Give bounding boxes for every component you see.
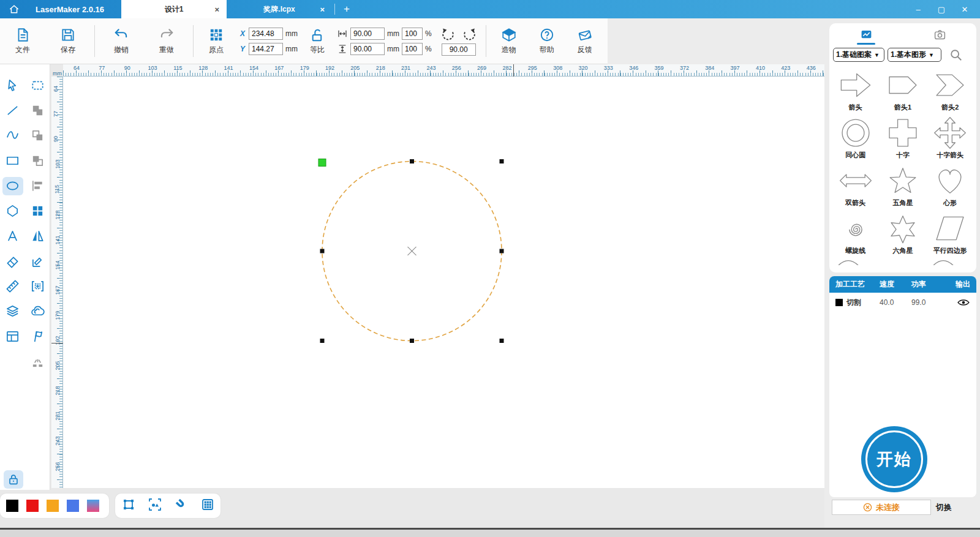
tool-break[interactable] [28, 353, 48, 371]
shape-item[interactable]: 五角星 [879, 161, 926, 209]
tab-file2[interactable]: 奖牌.lcpx × [227, 0, 332, 18]
color-swatch[interactable] [67, 500, 79, 512]
selection-handle[interactable] [500, 339, 504, 343]
tab-design1[interactable]: 设计1 × [121, 0, 227, 18]
connection-status[interactable]: 未连接 [832, 500, 931, 515]
maximize-button[interactable]: ▢ [932, 2, 951, 17]
process-row[interactable]: 切割40.099.0 [829, 293, 976, 312]
tool-line[interactable] [2, 102, 23, 120]
rotate-cw-icon[interactable] [462, 27, 477, 42]
selection-handle[interactable] [410, 159, 414, 163]
color-swatch[interactable] [6, 500, 18, 512]
tool-ruler[interactable] [2, 277, 23, 296]
height-input[interactable] [350, 43, 385, 55]
tool-ellipse[interactable] [2, 177, 23, 195]
tab-gallery[interactable] [857, 28, 875, 45]
process-power[interactable]: 99.0 [911, 298, 946, 307]
snap-tool-fit[interactable] [148, 497, 162, 514]
layer-color-swatch[interactable] [835, 299, 843, 306]
subcategory-dropdown[interactable]: 1.基本图形 ▼ [888, 48, 941, 62]
tool-rect[interactable] [2, 152, 23, 170]
shape-item[interactable]: 同心圆 [832, 113, 879, 161]
shape-item[interactable]: 十字 [879, 113, 926, 161]
tool-flag[interactable] [28, 328, 48, 346]
tool-expand[interactable] [28, 277, 48, 296]
tool-union[interactable] [28, 102, 48, 120]
file-button[interactable]: 文件 [0, 27, 45, 55]
tool-eraser[interactable] [2, 252, 23, 271]
col-process: 加工工艺 [835, 279, 880, 290]
ruler-label: 256 [452, 65, 461, 71]
x-input[interactable] [249, 28, 283, 40]
lock-tool-button[interactable] [4, 470, 23, 489]
save-button[interactable]: 保存 [45, 27, 91, 55]
creation-button[interactable]: 造物 [490, 27, 528, 55]
design-canvas[interactable] [63, 77, 824, 488]
close-button[interactable]: ✕ [956, 2, 974, 17]
height-percent-input[interactable] [402, 43, 423, 55]
start-label: 开始 [876, 448, 912, 470]
snap-tool-frame[interactable] [121, 497, 136, 514]
tab-close-icon[interactable]: × [320, 6, 325, 13]
selection-handle[interactable] [410, 339, 414, 343]
minimize-button[interactable]: – [909, 2, 927, 17]
shape-item[interactable]: 箭头2 [927, 66, 974, 113]
process-speed[interactable]: 40.0 [880, 298, 911, 307]
tool-grid4[interactable] [28, 202, 48, 220]
home-button[interactable] [0, 0, 28, 18]
selection-handles [318, 159, 504, 344]
switch-device-button[interactable]: 切换 [936, 500, 952, 515]
snap-tool-grid[interactable] [200, 497, 215, 514]
tab-close-icon[interactable]: × [214, 6, 219, 13]
selection-handle[interactable] [500, 249, 504, 253]
snap-tools-bar [115, 494, 221, 518]
selection-handle[interactable] [500, 159, 504, 163]
tool-align[interactable] [28, 177, 48, 195]
tool-layers[interactable] [2, 302, 23, 321]
tool-intersect[interactable] [28, 152, 48, 170]
tool-marquee[interactable] [28, 77, 48, 95]
gradient-swatch[interactable] [87, 500, 99, 512]
tool-mirror[interactable] [28, 227, 48, 246]
selection-handle[interactable] [320, 249, 325, 253]
shape-item[interactable]: 箭头1 [879, 66, 926, 113]
shape-item[interactable]: 螺旋线 [832, 209, 879, 257]
help-button[interactable]: 帮助 [528, 27, 566, 55]
angle-input[interactable] [442, 43, 476, 56]
shape-item[interactable]: 六角星 [879, 209, 926, 257]
width-percent-input[interactable] [402, 28, 423, 40]
tool-nodepen[interactable] [28, 252, 48, 271]
tool-text[interactable] [2, 227, 23, 246]
shape-item[interactable]: 十字箭头 [927, 113, 974, 161]
rotation-origin-handle[interactable] [318, 159, 326, 167]
search-icon[interactable] [949, 48, 963, 62]
color-swatch[interactable] [47, 500, 59, 512]
shape-item[interactable]: 心形 [927, 161, 974, 209]
feedback-button[interactable]: 反馈 [566, 27, 604, 55]
tool-curve[interactable] [2, 127, 23, 145]
undo-button[interactable]: 撤销 [99, 27, 144, 55]
origin-button[interactable]: 原点 [197, 27, 235, 55]
shape-item[interactable]: 箭头 [832, 66, 879, 113]
visibility-eye-icon[interactable] [957, 298, 970, 307]
ruler-label: 115 [54, 185, 60, 193]
tab-camera[interactable] [930, 28, 949, 45]
y-input[interactable] [249, 43, 283, 55]
tool-table[interactable] [2, 328, 23, 346]
new-tab-button[interactable]: + [337, 0, 356, 18]
shape-item[interactable]: 双箭头 [832, 161, 879, 209]
redo-button[interactable]: 重做 [144, 27, 189, 55]
tool-select[interactable] [2, 77, 23, 95]
start-button[interactable]: 开始 [861, 426, 927, 492]
selection-handle[interactable] [320, 339, 325, 343]
snap-tool-magnet[interactable] [174, 497, 189, 514]
color-swatch[interactable] [26, 500, 39, 512]
tool-subtract[interactable] [28, 127, 48, 145]
tool-polygon[interactable] [2, 202, 23, 220]
ratio-lock-button[interactable]: 等比 [301, 28, 333, 55]
category-dropdown[interactable]: 1.基础图案 ▼ [833, 48, 884, 62]
width-input[interactable] [350, 28, 385, 40]
rotate-ccw-icon[interactable] [440, 27, 456, 42]
tool-weld[interactable] [28, 302, 48, 321]
shape-item[interactable]: 平行四边形 [927, 209, 974, 257]
